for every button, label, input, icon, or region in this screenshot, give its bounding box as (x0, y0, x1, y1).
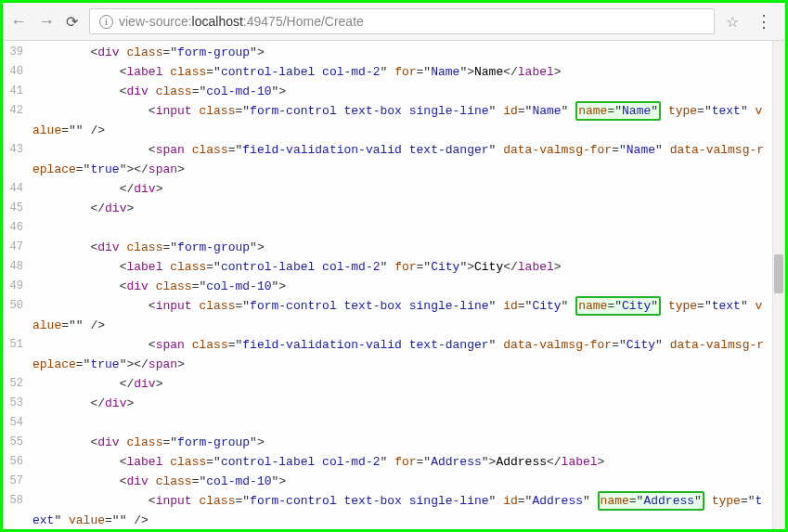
line-number: 43 (3, 140, 32, 160)
source-line: 53 </div> (3, 394, 785, 413)
source-line: 50 <input class="form-control text-box s… (3, 296, 785, 335)
scrollbar-track[interactable] (772, 41, 785, 529)
back-button[interactable]: ← (10, 12, 27, 32)
source-line: 52 </div> (3, 374, 785, 394)
url-prefix: view-source: (119, 14, 192, 29)
line-number: 53 (3, 394, 32, 413)
url-host: localhost (192, 14, 243, 29)
line-number: 58 (3, 491, 32, 511)
line-code[interactable]: <input class="form-control text-box sing… (32, 491, 785, 529)
source-line: 54 (3, 413, 785, 433)
source-line: 40 <label class="control-label col-md-2"… (3, 62, 785, 82)
line-number: 57 (3, 472, 32, 491)
source-line: 43 <span class="field-validation-valid t… (3, 140, 785, 179)
line-code[interactable]: <label class="control-label col-md-2" fo… (32, 62, 785, 82)
line-number: 44 (3, 179, 32, 199)
source-line: 49 <div class="col-md-10"> (3, 277, 785, 296)
source-line: 47 <div class="form-group"> (3, 238, 785, 257)
source-line: 55 <div class="form-group"> (3, 433, 785, 452)
browser-window: ← → ⟳ i view-source:localhost:49475/Home… (3, 3, 785, 529)
site-info-icon[interactable]: i (99, 15, 113, 29)
url-text: view-source:localhost:49475/Home/Create (119, 14, 364, 29)
source-line: 39 <div class="form-group"> (3, 43, 785, 62)
line-number: 52 (3, 374, 32, 394)
source-line: 41 <div class="col-md-10"> (3, 82, 785, 101)
scrollbar-thumb[interactable] (774, 254, 783, 293)
line-number: 40 (3, 62, 32, 82)
line-code[interactable]: <div class="form-group"> (32, 238, 785, 257)
line-code[interactable]: </div> (32, 374, 785, 394)
line-code[interactable]: <span class="field-validation-valid text… (32, 335, 785, 374)
source-view[interactable]: 39 <div class="form-group">40 <label cla… (3, 41, 785, 529)
line-code[interactable]: <input class="form-control text-box sing… (32, 101, 785, 140)
line-number: 48 (3, 257, 32, 277)
line-code[interactable]: <div class="col-md-10"> (32, 472, 785, 491)
line-number: 55 (3, 433, 32, 452)
viewport: 39 <div class="form-group">40 <label cla… (3, 41, 785, 529)
line-number: 50 (3, 296, 32, 316)
forward-button[interactable]: → (38, 12, 55, 32)
line-code[interactable]: <div class="form-group"> (32, 433, 785, 452)
bookmark-button[interactable]: ☆ (726, 13, 739, 31)
source-line: 42 <input class="form-control text-box s… (3, 101, 785, 140)
line-code[interactable]: <div class="col-md-10"> (32, 277, 785, 296)
line-code[interactable]: <label class="control-label col-md-2" fo… (32, 452, 785, 472)
source-line: 51 <span class="field-validation-valid t… (3, 335, 785, 374)
line-number: 39 (3, 43, 32, 62)
line-number: 54 (3, 413, 32, 433)
line-code[interactable]: </div> (32, 199, 785, 218)
source-line: 48 <label class="control-label col-md-2"… (3, 257, 785, 277)
line-code[interactable]: <span class="field-validation-valid text… (32, 140, 785, 179)
line-code[interactable]: <div class="form-group"> (32, 43, 785, 62)
line-number: 51 (3, 335, 32, 355)
source-line: 44 </div> (3, 179, 785, 199)
line-number: 47 (3, 238, 32, 257)
line-number: 45 (3, 199, 32, 218)
url-path: /Home/Create (283, 14, 364, 29)
line-code[interactable]: <label class="control-label col-md-2" fo… (32, 257, 785, 277)
line-number: 46 (3, 218, 32, 238)
browser-toolbar: ← → ⟳ i view-source:localhost:49475/Home… (3, 3, 785, 41)
line-number: 41 (3, 82, 32, 101)
line-number: 56 (3, 452, 32, 472)
line-code[interactable]: <input class="form-control text-box sing… (32, 296, 785, 335)
highlight: name="City" (575, 296, 661, 316)
address-bar[interactable]: i view-source:localhost:49475/Home/Creat… (89, 8, 715, 34)
source-line: 58 <input class="form-control text-box s… (3, 491, 785, 529)
highlight: name="Name" (575, 101, 661, 121)
line-code[interactable]: </div> (32, 394, 785, 413)
url-port: :49475 (243, 14, 283, 29)
line-code[interactable]: <div class="col-md-10"> (32, 82, 785, 101)
highlight: name="Address" (598, 491, 704, 511)
source-line: 46 (3, 218, 785, 238)
source-line: 45 </div> (3, 199, 785, 218)
source-line: 56 <label class="control-label col-md-2"… (3, 452, 785, 472)
line-number: 49 (3, 277, 32, 296)
line-number: 42 (3, 101, 32, 121)
line-code[interactable]: </div> (32, 179, 785, 199)
reload-button[interactable]: ⟳ (66, 13, 78, 31)
menu-button[interactable]: ⋮ (750, 11, 778, 32)
source-line: 57 <div class="col-md-10"> (3, 472, 785, 491)
